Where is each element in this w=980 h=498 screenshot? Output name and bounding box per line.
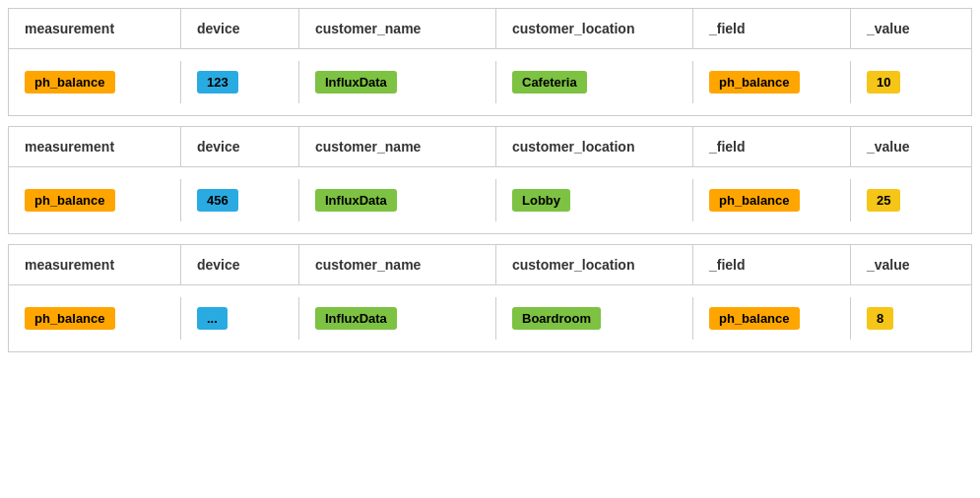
table-data-row-1-1: ph_balance123InfluxDataCafeteriaph_balan… (9, 49, 971, 115)
data-cell-measurement: ph_balance (9, 297, 181, 340)
badge-device: 456 (197, 189, 238, 212)
data-cell-customer-name: InfluxData (299, 61, 496, 103)
header-cell-1: device (181, 245, 299, 284)
table-group-1: measurementdevicecustomer_namecustomer_l… (8, 8, 972, 116)
badge-customer-location: Boardroom (512, 307, 601, 330)
data-cell-device: 456 (181, 179, 299, 221)
badge-device: 123 (197, 71, 238, 93)
data-cell-customer-name: InfluxData (299, 179, 496, 221)
header-cell-5: _value (851, 9, 969, 48)
header-cell-1: device (181, 127, 299, 166)
table-group-2: measurementdevicecustomer_namecustomer_l… (8, 126, 972, 234)
data-cell-device: 123 (181, 61, 299, 103)
header-cell-5: _value (851, 245, 969, 284)
data-cell-customer-name: InfluxData (299, 297, 496, 340)
badge-value: 10 (867, 71, 900, 93)
data-cell-customer-location: Lobby (496, 179, 693, 221)
header-cell-1: device (181, 9, 299, 48)
data-cell-measurement: ph_balance (9, 179, 181, 221)
header-cell-4: _field (693, 245, 851, 284)
badge-field: ph_balance (709, 189, 800, 212)
table-header-row-1: measurementdevicecustomer_namecustomer_l… (9, 9, 971, 49)
header-cell-4: _field (693, 127, 851, 166)
badge-customer-location: Cafeteria (512, 71, 587, 93)
data-cell-field: ph_balance (693, 61, 851, 103)
header-cell-2: customer_name (299, 245, 496, 284)
header-cell-2: customer_name (299, 9, 496, 48)
badge-device: ... (197, 307, 228, 330)
badge-measurement: ph_balance (25, 307, 115, 330)
table-data-row-2-1: ph_balance456InfluxDataLobbyph_balance25 (9, 167, 971, 233)
badge-field: ph_balance (709, 71, 800, 93)
data-cell-measurement: ph_balance (9, 61, 181, 103)
badge-customer-name: InfluxData (315, 71, 397, 93)
badge-customer-name: InfluxData (315, 307, 397, 330)
header-cell-4: _field (693, 9, 851, 48)
table-header-row-3: measurementdevicecustomer_namecustomer_l… (9, 245, 971, 285)
header-cell-0: measurement (9, 9, 181, 48)
data-cell-device: ... (181, 297, 299, 340)
badge-customer-location: Lobby (512, 189, 570, 212)
badge-value: 25 (867, 189, 900, 212)
table-data-row-3-1: ph_balance...InfluxDataBoardroomph_balan… (9, 285, 971, 351)
data-cell-field: ph_balance (693, 297, 851, 340)
header-cell-3: customer_location (496, 127, 693, 166)
data-cell-value: 25 (851, 179, 969, 221)
data-cell-field: ph_balance (693, 179, 851, 221)
badge-measurement: ph_balance (25, 71, 115, 93)
main-container: measurementdevicecustomer_namecustomer_l… (0, 0, 980, 370)
badge-value: 8 (867, 307, 893, 330)
header-cell-2: customer_name (299, 127, 496, 166)
badge-field: ph_balance (709, 307, 800, 330)
header-cell-0: measurement (9, 127, 181, 166)
data-cell-value: 8 (851, 297, 969, 340)
data-cell-customer-location: Boardroom (496, 297, 693, 340)
header-cell-0: measurement (9, 245, 181, 284)
header-cell-5: _value (851, 127, 969, 166)
table-header-row-2: measurementdevicecustomer_namecustomer_l… (9, 127, 971, 167)
header-cell-3: customer_location (496, 9, 693, 48)
data-cell-customer-location: Cafeteria (496, 61, 693, 103)
badge-measurement: ph_balance (25, 189, 115, 212)
table-group-3: measurementdevicecustomer_namecustomer_l… (8, 244, 972, 352)
data-cell-value: 10 (851, 61, 969, 103)
header-cell-3: customer_location (496, 245, 693, 284)
badge-customer-name: InfluxData (315, 189, 397, 212)
